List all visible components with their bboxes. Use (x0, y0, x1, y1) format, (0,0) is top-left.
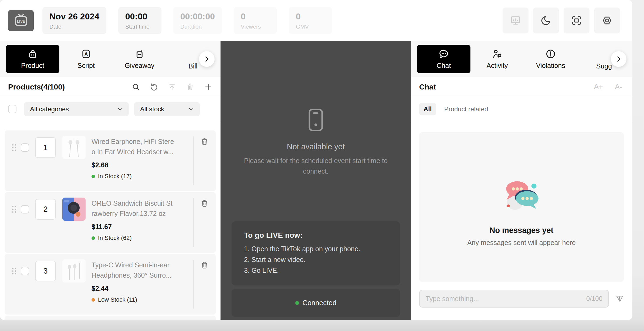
char-counter: 0/100 (586, 295, 602, 302)
product-info: Wired Earphone, HiFi Stere o In Ear Wire… (91, 136, 199, 180)
go-live-step: 1. Open the TikTok app on your phone. (244, 243, 388, 254)
product-title-line: Wired Earphone, HiFi Stere (91, 136, 199, 147)
chat-bubbles-illustration (500, 178, 543, 212)
tab-bill-label: Bill (188, 62, 197, 70)
row-divider (193, 136, 194, 185)
font-decrease-button[interactable]: A- (615, 83, 622, 91)
product-row-partial[interactable] (5, 316, 216, 320)
product-info: OREO Sandwich Biscuit St rawberry Flavor… (91, 198, 199, 242)
chevron-right-icon (615, 55, 623, 63)
stat-card-gmv: 0 GMV (289, 7, 332, 34)
stat-card-viewers: 0 Viewers (234, 7, 277, 34)
category-filter-select[interactable]: All categories (24, 102, 129, 116)
gmv-label: GMV (296, 23, 325, 30)
stock-filter-select[interactable]: All stock (134, 102, 200, 116)
product-image-oreo (62, 198, 86, 221)
tab-script[interactable]: A Script (59, 41, 113, 77)
fullscreen-icon (571, 15, 582, 26)
product-checkbox[interactable] (21, 205, 29, 213)
tab-giveaway[interactable]: Giveaway (113, 41, 166, 77)
row-divider (193, 198, 194, 247)
chat-input-box[interactable]: 0/100 (419, 290, 609, 308)
script-icon: A (81, 49, 91, 59)
delete-product-icon[interactable] (200, 199, 209, 208)
chat-title: Chat (419, 83, 436, 91)
viewers-value: 0 (241, 12, 270, 22)
violations-icon (545, 49, 556, 59)
gmv-value: 0 (296, 12, 325, 22)
product-row[interactable]: 2 OREO Sandwich Biscuit St rawberry Flav… (5, 192, 216, 253)
stat-card-date[interactable]: Nov 26 2024 Date (42, 7, 106, 34)
stat-card-duration: 00:00:00 Duration (173, 7, 222, 34)
date-value: Nov 26 2024 (49, 12, 99, 22)
stat-card-start-time[interactable]: 00:00 Start time (118, 7, 161, 34)
go-live-instructions-card: To go LIVE now: 1. Open the TikTok app o… (232, 221, 400, 285)
settings-icon (601, 15, 613, 26)
products-toolbar (132, 83, 212, 91)
monitor-stats-icon (510, 15, 521, 26)
tab-violations[interactable]: Violations (524, 41, 577, 77)
product-price: $2.44 (91, 285, 199, 292)
delete-product-icon[interactable] (200, 137, 209, 146)
tab-chat[interactable]: Chat (417, 45, 470, 73)
drag-handle-icon[interactable] (12, 268, 16, 274)
right-panel: Chat Activity (411, 41, 632, 320)
topbar: LIVE Nov 26 2024 Date 00:00 Start time 0… (0, 0, 632, 41)
date-label: Date (49, 23, 99, 30)
product-order-box[interactable]: 3 (35, 261, 56, 281)
left-tabs-scroll-button[interactable] (199, 51, 215, 67)
search-icon[interactable] (132, 83, 140, 91)
product-row[interactable]: 3 Type-C Wired Semi-in-ear Headphones, 3… (5, 254, 216, 315)
tab-product[interactable]: Product (6, 45, 59, 73)
tab-product-label: Product (21, 62, 44, 70)
product-row[interactable]: 1 Wired Earphone, HiFi Stere o In Ear Wi… (5, 130, 216, 191)
tab-suggestions-label: Sugg (596, 62, 612, 70)
products-title: Products(4/100) (8, 83, 65, 91)
product-row-left: 3 (12, 259, 86, 282)
select-all-checkbox[interactable] (8, 105, 16, 113)
chat-bubble-icon (438, 49, 449, 59)
product-checkbox[interactable] (21, 267, 29, 275)
drag-handle-icon[interactable] (12, 144, 16, 151)
delete-icon (186, 83, 194, 91)
live-preview-panel: Not available yet Please wait for the sc… (221, 41, 411, 320)
chat-message-input[interactable] (426, 295, 582, 303)
product-stock: In Stock (62) (91, 235, 199, 242)
tab-violations-label: Violations (536, 62, 565, 70)
duration-label: Duration (180, 23, 215, 30)
shopping-bag-icon (27, 49, 38, 59)
add-product-icon[interactable] (204, 83, 212, 91)
product-order-box[interactable]: 2 (35, 199, 56, 220)
product-order-box[interactable]: 1 (35, 137, 56, 158)
chevron-down-icon (117, 106, 123, 112)
right-tabs-scroll-button[interactable] (611, 51, 626, 67)
left-tabstrip: Product A Script Giveaway (0, 41, 221, 77)
product-title-line: OREO Sandwich Biscuit St (91, 198, 199, 208)
duration-value: 00:00:00 (180, 12, 215, 22)
drag-handle-icon[interactable] (12, 206, 16, 213)
stock-filter-value: All stock (140, 105, 164, 113)
dark-mode-button[interactable] (533, 8, 559, 33)
delete-product-icon[interactable] (200, 261, 209, 269)
font-increase-button[interactable]: A+ (594, 83, 603, 91)
fullscreen-button[interactable] (564, 8, 589, 33)
viewers-label: Viewers (241, 23, 270, 30)
right-tabstrip: Chat Activity (411, 41, 632, 77)
category-filter-value: All categories (30, 105, 69, 113)
start-time-label: Start time (125, 23, 154, 30)
connected-status-label: Connected (303, 299, 337, 307)
chat-filter-product-related[interactable]: Product related (444, 105, 488, 113)
product-checkbox[interactable] (21, 143, 29, 152)
product-title-line: Headphones, 360° Surro... (91, 270, 199, 280)
send-message-icon[interactable] (615, 293, 624, 304)
product-title-line: rawberry Flavor,13.72 oz (91, 208, 199, 219)
chat-filter-all[interactable]: All (419, 103, 436, 115)
chevron-right-icon (203, 55, 211, 63)
settings-button[interactable] (594, 8, 620, 33)
main-area: Product A Script Giveaway (0, 41, 632, 320)
giveaway-icon (134, 49, 145, 59)
product-stock: In Stock (17) (91, 173, 199, 180)
tab-activity[interactable]: Activity (470, 41, 524, 77)
start-time-value: 00:00 (125, 12, 154, 22)
reset-icon[interactable] (150, 83, 158, 91)
